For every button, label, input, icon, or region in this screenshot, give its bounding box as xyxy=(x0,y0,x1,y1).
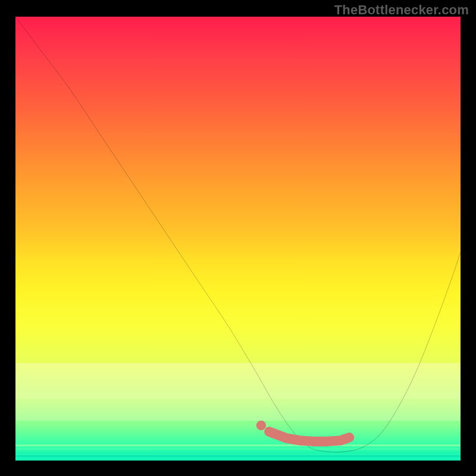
plot-area xyxy=(15,17,461,461)
chart-container: TheBottlenecker.com xyxy=(0,0,476,476)
highlight-start-dot xyxy=(256,421,266,430)
bottleneck-curve-path xyxy=(15,17,461,452)
highlight-markers-group xyxy=(256,421,349,441)
chart-svg xyxy=(15,17,461,461)
attribution-text: TheBottlenecker.com xyxy=(334,2,469,18)
highlight-polyline xyxy=(269,432,349,441)
